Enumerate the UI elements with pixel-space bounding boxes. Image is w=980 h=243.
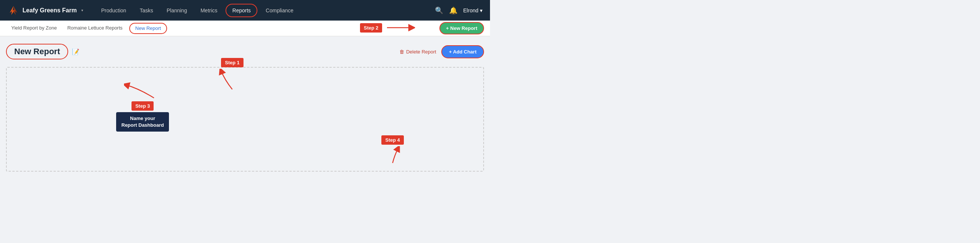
edit-report-title-icon[interactable]: 📝 xyxy=(72,48,80,55)
navbar: Leafy Greens Farm ▾ Production Tasks Pla… xyxy=(0,0,490,21)
nav-item-planning[interactable]: Planning xyxy=(160,0,194,21)
nav-links: Production Tasks Planning Metrics Report… xyxy=(94,0,435,21)
step4-annotation: Step 4 xyxy=(381,135,404,165)
step3-label: Step 3 xyxy=(132,101,154,110)
brand-name: Leafy Greens Farm xyxy=(22,7,77,14)
nav-item-compliance[interactable]: Compliance xyxy=(259,0,300,21)
search-icon[interactable]: 🔍 xyxy=(435,6,443,14)
step4-label: Step 4 xyxy=(381,135,404,145)
step2-label: Step 2 xyxy=(360,23,382,33)
delete-report-button[interactable]: 🗑 Delete Report xyxy=(399,49,436,55)
brand[interactable]: Leafy Greens Farm ▾ xyxy=(8,5,83,16)
step3-annotation: Step 3 Name yourReport Dashboard xyxy=(116,81,169,132)
add-chart-button[interactable]: + Add Chart xyxy=(441,45,484,58)
tab-yield[interactable]: Yield Report by Zone xyxy=(6,21,62,36)
tab-romaine[interactable]: Romaine Lettuce Reports xyxy=(62,21,128,36)
nav-right: 🔍 🔔 Elrond ▾ xyxy=(435,6,482,14)
step4-arrow xyxy=(381,146,404,165)
user-name: Elrond xyxy=(463,8,478,13)
step3-arrow-up xyxy=(124,81,161,100)
brand-dropdown-icon: ▾ xyxy=(81,8,83,12)
nav-item-tasks[interactable]: Tasks xyxy=(133,0,160,21)
tab-bar: Yield Report by Zone Romaine Lettuce Rep… xyxy=(0,21,490,36)
user-dropdown-icon: ▾ xyxy=(480,8,482,13)
tab-new-report[interactable]: New Report xyxy=(129,23,167,34)
report-title-row: New Report 📝 🗑 Delete Report + Add Chart xyxy=(6,44,484,60)
step1-arrow xyxy=(217,69,247,91)
step2-arrow xyxy=(385,22,415,33)
nav-item-metrics[interactable]: Metrics xyxy=(194,0,224,21)
trash-icon: 🗑 xyxy=(399,49,404,55)
nav-item-reports[interactable]: Reports xyxy=(226,4,257,17)
step3-tooltip: Name yourReport Dashboard xyxy=(116,112,169,132)
nav-item-production[interactable]: Production xyxy=(94,0,133,21)
report-title-left: New Report 📝 xyxy=(6,44,80,60)
report-title: New Report xyxy=(6,44,68,60)
step2-annotation: Step 2 xyxy=(360,22,415,33)
step1-annotation: Step 1 xyxy=(217,58,247,91)
brand-logo xyxy=(8,5,19,16)
report-title-right: 🗑 Delete Report + Add Chart xyxy=(399,45,484,58)
new-report-button[interactable]: + New Report xyxy=(439,22,484,35)
user-menu[interactable]: Elrond ▾ xyxy=(463,8,482,13)
step1-label: Step 1 xyxy=(221,58,243,67)
delete-report-label: Delete Report xyxy=(406,49,436,55)
main-content: New Report 📝 🗑 Delete Report + Add Chart… xyxy=(0,36,490,186)
notification-icon[interactable]: 🔔 xyxy=(449,6,457,14)
